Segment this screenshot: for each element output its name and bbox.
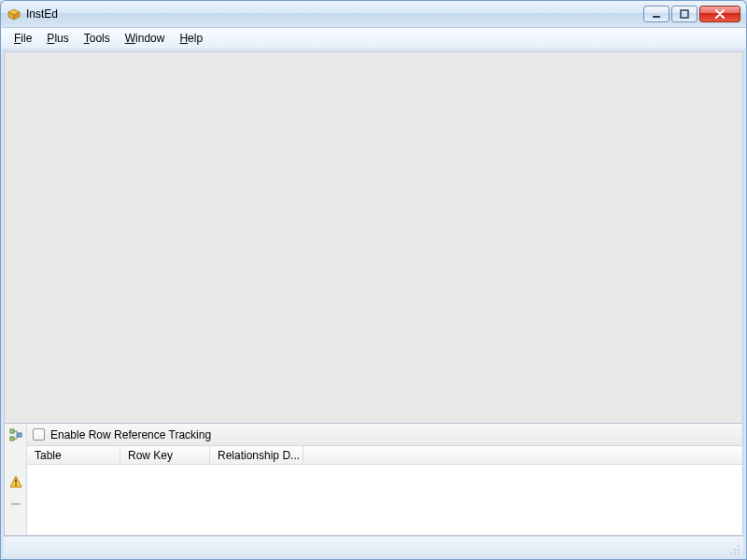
- svg-point-12: [738, 553, 740, 554]
- menu-file[interactable]: File: [7, 30, 39, 47]
- svg-rect-10: [15, 484, 17, 486]
- col-spacer: [303, 446, 742, 464]
- app-icon: [7, 7, 21, 21]
- maximize-button[interactable]: [671, 6, 698, 22]
- size-grip-icon[interactable]: [726, 541, 741, 556]
- client-area: Enable Row Reference Tracking Table Row …: [0, 49, 747, 560]
- menubar: File Plus Tools Window Help: [0, 28, 747, 49]
- panel-columns: Table Row Key Relationship D...: [27, 446, 742, 465]
- svg-point-15: [730, 553, 732, 554]
- warning-icon[interactable]: [8, 474, 23, 489]
- menu-help[interactable]: Help: [172, 30, 210, 47]
- svg-point-17: [738, 545, 740, 547]
- minimize-button[interactable]: [643, 6, 669, 22]
- svg-rect-4: [681, 10, 688, 18]
- svg-rect-5: [10, 429, 14, 433]
- svg-rect-7: [18, 433, 21, 437]
- window-controls: [643, 6, 740, 22]
- menu-window[interactable]: Window: [118, 30, 173, 47]
- panel-body: [27, 465, 742, 535]
- menu-tools[interactable]: Tools: [77, 30, 118, 47]
- col-relationship[interactable]: Relationship D...: [210, 446, 303, 464]
- enable-tracking-checkbox[interactable]: [33, 428, 45, 441]
- svg-point-13: [734, 553, 736, 554]
- window-title: InstEd: [26, 7, 58, 21]
- svg-rect-3: [653, 16, 660, 18]
- workspace: Enable Row Reference Tracking Table Row …: [4, 51, 743, 536]
- svg-point-16: [734, 549, 736, 551]
- document-area: [5, 52, 742, 423]
- close-button[interactable]: [699, 6, 740, 22]
- reference-panel: Enable Row Reference Tracking Table Row …: [5, 423, 742, 535]
- svg-rect-6: [10, 437, 14, 441]
- svg-point-14: [738, 549, 740, 551]
- panel-main: Enable Row Reference Tracking Table Row …: [27, 424, 742, 535]
- panel-gutter: [5, 424, 27, 535]
- panel-toolbar: Enable Row Reference Tracking: [27, 424, 742, 446]
- tree-icon[interactable]: [8, 427, 23, 442]
- statusbar: [4, 536, 743, 556]
- col-table[interactable]: Table: [27, 446, 120, 464]
- menu-plus[interactable]: Plus: [39, 30, 76, 47]
- svg-rect-11: [11, 503, 21, 505]
- enable-tracking-label: Enable Row Reference Tracking: [50, 428, 211, 441]
- svg-rect-9: [15, 480, 17, 483]
- drag-handle-icon[interactable]: [8, 497, 23, 511]
- titlebar: InstEd: [0, 0, 747, 28]
- col-row-key[interactable]: Row Key: [120, 446, 210, 464]
